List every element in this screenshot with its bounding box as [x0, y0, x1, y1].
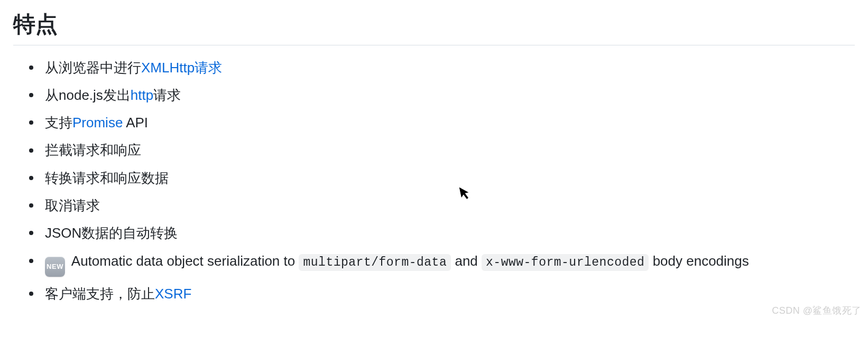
text-span: 拦截请求和响应: [45, 142, 141, 158]
inline-link[interactable]: http: [131, 87, 153, 103]
list-item: 支持Promise API: [29, 112, 855, 133]
text-span: body encodings: [649, 253, 749, 269]
feature-list: 从浏览器中进行XMLHttp请求从node.js发出http请求支持Promis…: [13, 57, 855, 304]
inline-link[interactable]: XSRF: [155, 286, 191, 302]
list-item: 取消请求: [29, 195, 855, 216]
text-span: and: [451, 253, 482, 269]
list-item: NEW Automatic data object serialization …: [29, 250, 855, 277]
text-span: 从浏览器中进行: [45, 60, 141, 76]
text-span: 请求: [153, 87, 181, 103]
inline-link[interactable]: Promise: [72, 115, 123, 130]
text-span: 客户端支持，防止: [45, 286, 155, 302]
list-item: JSON数据的自动转换: [29, 222, 855, 243]
watermark-text: CSDN @鲨鱼饿死了: [772, 304, 862, 317]
new-badge-icon: NEW: [45, 257, 65, 277]
text-span: 取消请求: [45, 198, 100, 213]
text-span: 支持: [45, 115, 72, 130]
new-badge-label: NEW: [47, 261, 63, 272]
list-item: 从浏览器中进行XMLHttp请求: [29, 57, 855, 78]
text-span: Automatic data object serialization to: [68, 253, 299, 269]
inline-code: multipart/form-data: [299, 254, 451, 271]
list-item: 转换请求和响应数据: [29, 167, 855, 189]
inline-code: x-www-form-urlencoded: [482, 254, 649, 271]
text-span: 转换请求和响应数据: [45, 170, 169, 186]
list-item: 从node.js发出http请求: [29, 85, 855, 106]
text-span: 从node.js发出: [45, 87, 131, 103]
list-item: 客户端支持，防止XSRF: [29, 283, 855, 304]
list-item: 拦截请求和响应: [29, 139, 855, 161]
section-heading: 特点: [13, 11, 855, 45]
inline-link[interactable]: XMLHttp请求: [141, 60, 222, 76]
text-span: API: [123, 115, 148, 130]
text-span: JSON数据的自动转换: [45, 225, 178, 241]
